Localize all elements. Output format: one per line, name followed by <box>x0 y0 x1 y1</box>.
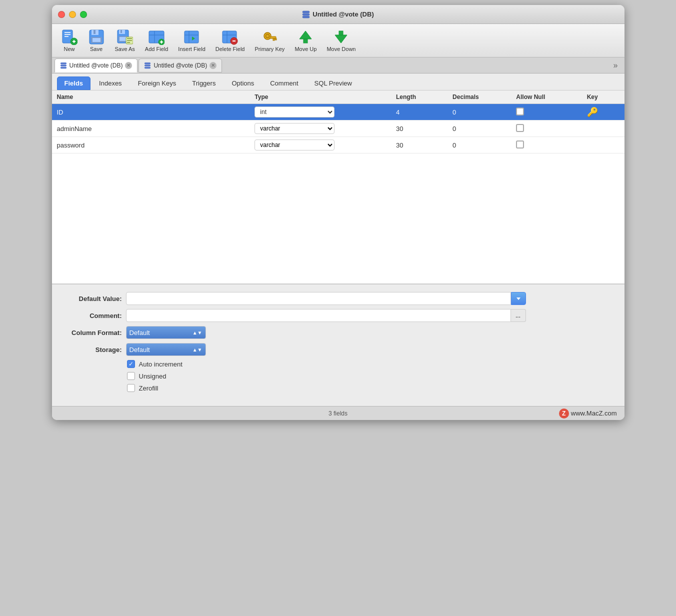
col-header-type: Type <box>250 90 391 104</box>
default-value-input[interactable] <box>126 292 511 305</box>
toolbar: New Save <box>52 24 624 58</box>
tab-foreign-keys[interactable]: Foreign Keys <box>130 76 184 90</box>
column-format-arrow-icon: ▲▼ <box>192 330 202 336</box>
tab-1[interactable]: Untitled @vote (DB) ✕ <box>54 58 138 72</box>
title-bar: Untitled @vote (DB) <box>52 5 624 24</box>
tab-options[interactable]: Options <box>224 76 262 90</box>
col-header-decimals: Decimals <box>448 90 511 104</box>
svg-rect-48 <box>60 62 66 64</box>
unsigned-label: Unsigned <box>139 372 166 380</box>
column-format-label: Column Format: <box>62 329 122 336</box>
table-row[interactable]: adminName int varchar text datetime 30 <box>52 120 624 137</box>
db-icon <box>302 10 310 18</box>
move-up-icon <box>298 29 314 45</box>
tab-indexes[interactable]: Indexes <box>92 76 130 90</box>
col-header-length: Length <box>391 90 448 104</box>
svg-rect-21 <box>127 38 132 39</box>
type-select-password[interactable]: int varchar text datetime <box>254 140 334 150</box>
save-as-button[interactable]: Save As <box>111 27 139 54</box>
svg-rect-22 <box>127 40 132 41</box>
svg-rect-38 <box>232 40 236 42</box>
svg-rect-12 <box>94 30 96 34</box>
svg-rect-47 <box>339 31 343 35</box>
move-down-button[interactable]: Move Down <box>322 27 360 54</box>
tab-1-close[interactable]: ✕ <box>125 62 132 69</box>
unsigned-checkbox[interactable] <box>127 372 135 380</box>
svg-rect-49 <box>60 64 66 66</box>
field-null-adminname[interactable] <box>511 120 582 137</box>
tab-2[interactable]: Untitled @vote (DB) ✕ <box>138 58 222 72</box>
add-field-label: Add Field <box>145 46 168 52</box>
tab-2-label: Untitled @vote (DB) <box>154 62 207 69</box>
field-null-password[interactable] <box>511 137 582 154</box>
auto-increment-label: Auto increment <box>139 360 182 368</box>
minimize-button[interactable] <box>69 11 76 18</box>
zerofill-row: Zerofill <box>127 384 614 392</box>
new-icon <box>62 29 78 45</box>
tab-sql-preview[interactable]: SQL Preview <box>307 76 360 90</box>
save-icon <box>88 29 104 45</box>
svg-rect-43 <box>275 38 276 40</box>
tabs-more-button[interactable]: » <box>610 61 622 70</box>
primary-key-button[interactable]: Primary Key <box>250 27 288 54</box>
insert-field-icon <box>184 29 200 45</box>
insert-field-label: Insert Field <box>178 46 205 52</box>
svg-rect-50 <box>60 66 66 68</box>
storage-select[interactable]: Default ▲▼ <box>126 343 206 356</box>
add-field-icon <box>148 29 164 45</box>
col-header-key: Key <box>582 90 624 104</box>
auto-increment-row: Auto increment <box>127 360 614 368</box>
zerofill-checkbox[interactable] <box>127 384 135 392</box>
save-button[interactable]: Save <box>84 27 109 54</box>
allow-null-checkbox-id[interactable] <box>516 108 524 116</box>
field-type-id[interactable]: int varchar text datetime <box>250 104 391 120</box>
field-name-id: ID <box>52 104 250 120</box>
field-length-id: 4 <box>391 104 448 120</box>
primary-key-icon <box>262 29 278 45</box>
table-row[interactable]: password int varchar text datetime 30 <box>52 137 624 154</box>
brand-z-icon: Z <box>559 408 569 418</box>
field-type-adminname[interactable]: int varchar text datetime <box>250 120 391 137</box>
tab-db-icon-1 <box>60 62 67 69</box>
delete-field-button[interactable]: Delete Field <box>212 27 249 54</box>
move-up-button[interactable]: Move Up <box>290 27 320 54</box>
type-select-adminname[interactable]: int varchar text datetime <box>254 123 334 134</box>
table-row[interactable]: ID int varchar text datetime 4 <box>52 104 624 120</box>
svg-rect-1 <box>302 14 310 16</box>
tab-triggers[interactable]: Triggers <box>184 76 223 90</box>
field-null-id[interactable] <box>511 104 582 120</box>
svg-rect-5 <box>64 34 70 35</box>
col-header-allow-null: Allow Null <box>511 90 582 104</box>
window-controls <box>58 11 87 18</box>
tab-comment[interactable]: Comment <box>262 76 306 90</box>
svg-rect-30 <box>184 31 198 43</box>
zerofill-label: Zerofill <box>139 384 158 392</box>
move-down-icon <box>333 29 349 45</box>
brand-area: Z www.MacZ.com <box>559 408 617 418</box>
new-button[interactable]: New <box>57 27 82 54</box>
svg-rect-2 <box>302 16 310 18</box>
allow-null-checkbox-adminname[interactable] <box>516 124 524 132</box>
add-field-button[interactable]: Add Field <box>141 27 172 54</box>
field-name-password: password <box>52 137 250 154</box>
content-tabs: Fields Indexes Foreign Keys Triggers Opt… <box>52 74 624 90</box>
fields-count: 3 fields <box>328 410 348 417</box>
column-format-select[interactable]: Default ▲▼ <box>126 326 206 339</box>
insert-field-button[interactable]: Insert Field <box>174 27 209 54</box>
svg-rect-52 <box>144 64 150 66</box>
maximize-button[interactable] <box>80 11 87 18</box>
field-type-password[interactable]: int varchar text datetime <box>250 137 391 154</box>
tab-2-close[interactable]: ✕ <box>210 62 216 69</box>
type-select-id[interactable]: int varchar text datetime <box>254 106 334 118</box>
close-button[interactable] <box>58 11 65 18</box>
tab-fields[interactable]: Fields <box>57 76 91 90</box>
svg-rect-6 <box>64 36 68 37</box>
svg-marker-46 <box>335 35 347 43</box>
comment-dots-button[interactable]: ... <box>511 309 526 322</box>
window-title: Untitled @vote (DB) <box>302 10 374 18</box>
field-key-adminname <box>582 120 624 137</box>
save-label: Save <box>90 46 102 52</box>
allow-null-checkbox-password[interactable] <box>516 140 524 148</box>
comment-input[interactable] <box>126 309 511 322</box>
auto-increment-checkbox[interactable] <box>127 360 135 368</box>
